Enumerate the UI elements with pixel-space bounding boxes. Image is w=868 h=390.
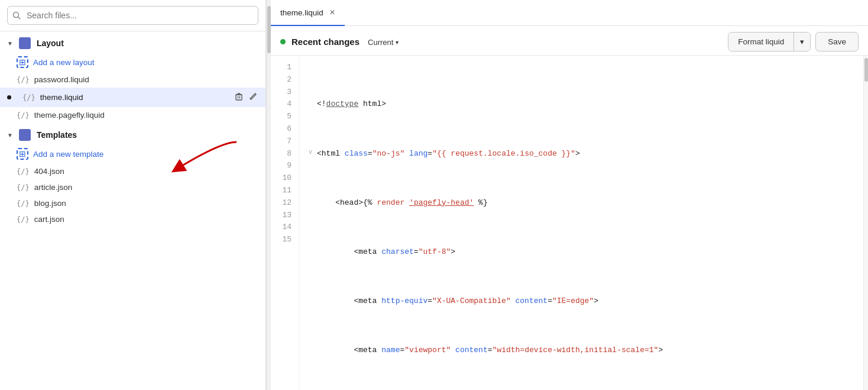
line-num-4: 4 <box>280 98 292 111</box>
scrollbar-right <box>863 56 868 390</box>
tab-close-icon[interactable]: ✕ <box>329 8 335 17</box>
line-num-7: 7 <box>280 136 292 148</box>
current-label: Current <box>368 38 393 47</box>
format-liquid-button[interactable]: Format liquid <box>728 33 793 51</box>
editor-toolbar: Recent changes Current ▾ Format liquid ▾… <box>271 26 868 56</box>
code-line-5: <meta http-equiv="X-UA-Compatible" conte… <box>309 295 854 308</box>
action-icons <box>234 91 258 104</box>
tab-label: theme.liquid <box>280 8 323 17</box>
theme-pagefly-label: theme.pagefly.liquid <box>34 111 105 120</box>
sidebar-item-blog[interactable]: {/} blog.json <box>0 195 265 211</box>
code-line-6: <meta name="viewport" content="width=dev… <box>309 344 854 357</box>
layout-section-header[interactable]: ▼ Layout <box>0 31 265 53</box>
code-line-1: <!doctype html> <box>309 98 854 111</box>
add-template-label: Add a new template <box>33 150 103 159</box>
fold-1 <box>309 98 315 108</box>
fold-5 <box>309 295 315 305</box>
line-num-9: 9 <box>280 160 292 172</box>
fold-4 <box>309 246 315 256</box>
add-template-item[interactable]: ⊞ Add a new template <box>0 144 265 163</box>
format-liquid-dropdown-button[interactable]: ▾ <box>793 33 810 51</box>
recent-changes-label: Recent changes <box>292 37 359 47</box>
search-wrapper <box>7 6 258 25</box>
modified-dot <box>7 95 11 99</box>
line-num-15: 15 <box>280 234 292 246</box>
fold-6 <box>309 344 315 354</box>
sidebar: ▼ Layout ⊞ Add a new layout {/} password… <box>0 0 266 390</box>
current-badge-row: Current ▾ <box>368 38 399 47</box>
sidebar-item-theme-pagefly[interactable]: {/} theme.pagefly.liquid <box>0 107 265 123</box>
format-btn-group: Format liquid ▾ <box>728 32 811 51</box>
code-editor[interactable]: 1 2 3 4 5 6 7 8 9 10 11 12 13 14 15 <!do… <box>271 56 868 390</box>
layout-chevron-icon: ▼ <box>7 40 13 47</box>
search-input[interactable] <box>7 6 258 25</box>
blog-label: blog.json <box>34 199 66 208</box>
tab-theme-liquid[interactable]: theme.liquid ✕ <box>271 0 345 26</box>
current-chevron-icon: ▾ <box>396 39 399 46</box>
search-icon <box>12 11 21 20</box>
code-line-3: <head>{% render 'pagefly-head' %} <box>309 197 854 209</box>
add-layout-icon: ⊞ <box>17 56 28 68</box>
code-l5: <meta http-equiv="X-UA-Compatible" conte… <box>317 295 598 308</box>
add-layout-label: Add a new layout <box>33 58 95 67</box>
file-icon-password: {/} <box>17 76 30 84</box>
sidebar-item-theme-liquid[interactable]: {/} theme.liquid <box>0 88 265 107</box>
code-l3: <head>{% render 'pagefly-head' %} <box>317 197 488 209</box>
templates-section-header[interactable]: ▼ Templates <box>0 123 265 144</box>
code-l2: <html class="no-js" lang="{{ request.loc… <box>317 148 580 160</box>
templates-folder-icon <box>19 129 31 141</box>
cart-label: cart.json <box>34 215 64 224</box>
sidebar-item-password-liquid[interactable]: {/} password.liquid <box>0 72 265 88</box>
sidebar-item-404[interactable]: {/} 404.json <box>0 163 265 179</box>
404-label: 404.json <box>34 167 64 176</box>
recent-changes-dot <box>280 39 286 44</box>
line-num-13: 13 <box>280 209 292 222</box>
code-line-4: <meta charset="utf-8"> <box>309 246 854 259</box>
current-badge[interactable]: Current ▾ <box>368 38 399 47</box>
line-num-11: 11 <box>280 185 292 197</box>
svg-line-1 <box>18 17 21 20</box>
file-icon-pagefly: {/} <box>17 111 30 120</box>
layout-folder-icon <box>19 37 31 49</box>
save-button[interactable]: Save <box>815 32 859 51</box>
sidebar-item-article[interactable]: {/} article.json <box>0 179 265 195</box>
search-bar <box>0 0 265 31</box>
theme-liquid-label: theme.liquid <box>40 93 83 102</box>
line-num-6: 6 <box>280 123 292 136</box>
fold-2: v <box>309 148 315 157</box>
scroll-thumb[interactable] <box>267 6 271 53</box>
code-l6: <meta name="viewport" content="width=dev… <box>317 344 663 357</box>
delete-icon[interactable] <box>234 91 244 104</box>
add-layout-item[interactable]: ⊞ Add a new layout <box>0 53 265 72</box>
line-num-14: 14 <box>280 221 292 234</box>
edit-icon[interactable] <box>248 91 258 104</box>
file-icon-404: {/} <box>17 167 30 176</box>
line-num-1: 1 <box>280 62 292 74</box>
svg-rect-2 <box>236 95 242 100</box>
tab-bar: theme.liquid ✕ <box>271 0 868 26</box>
sidebar-item-cart[interactable]: {/} cart.json <box>0 211 265 227</box>
fold-3 <box>309 197 315 207</box>
scroll-divider <box>266 0 271 390</box>
line-num-2: 2 <box>280 74 292 86</box>
file-icon-cart: {/} <box>17 215 30 224</box>
editor-area: theme.liquid ✕ Recent changes Current ▾ … <box>271 0 868 390</box>
file-icon-article: {/} <box>17 183 30 192</box>
line-num-10: 10 <box>280 172 292 185</box>
line-num-12: 12 <box>280 197 292 209</box>
add-template-icon: ⊞ <box>17 148 28 160</box>
layout-label: Layout <box>37 38 64 48</box>
code-l1: <!doctype html> <box>317 98 386 111</box>
file-icon-blog: {/} <box>17 199 30 208</box>
article-label: article.json <box>34 183 73 192</box>
line-num-5: 5 <box>280 111 292 123</box>
line-num-8: 8 <box>280 148 292 160</box>
line-num-3: 3 <box>280 86 292 99</box>
scrollbar-thumb[interactable] <box>864 58 868 82</box>
code-content[interactable]: <!doctype html> v <html class="no-js" la… <box>299 56 863 390</box>
file-icon-theme: {/} <box>22 94 35 102</box>
password-liquid-label: password.liquid <box>34 75 89 84</box>
toolbar-left: Recent changes Current ▾ <box>280 37 399 47</box>
templates-label: Templates <box>37 130 77 140</box>
code-line-2: v <html class="no-js" lang="{{ request.l… <box>309 148 854 160</box>
